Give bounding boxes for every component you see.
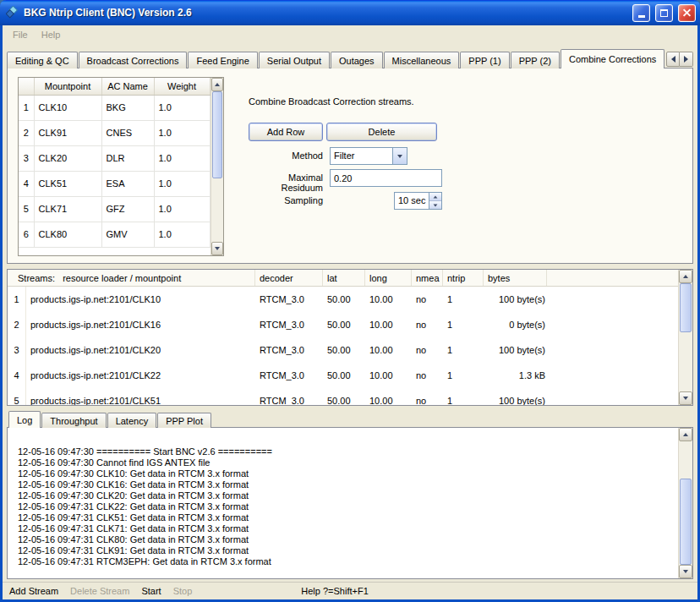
cell-long[interactable]: 10.00 bbox=[365, 345, 412, 355]
cell-lat[interactable]: 50.00 bbox=[323, 320, 365, 330]
cell-nmea[interactable]: no bbox=[412, 370, 443, 380]
table-row[interactable]: 4 CLK51 ESA 1.0 bbox=[19, 171, 210, 196]
cell-resource[interactable]: products.igs-ip.net:2101/CLK22 bbox=[26, 370, 255, 380]
cell-ntrip[interactable]: 1 bbox=[443, 294, 484, 304]
cell-resource[interactable]: products.igs-ip.net:2101/CLK20 bbox=[26, 345, 255, 355]
cell-bytes[interactable]: 100 byte(s) bbox=[484, 345, 547, 355]
cell-decoder[interactable]: RTCM_3.0 bbox=[255, 396, 323, 405]
cell-ac-name[interactable]: CNES bbox=[101, 120, 154, 145]
titlebar[interactable]: BKG Ntrip Client (BNC) Version 2.6 bbox=[0, 0, 700, 25]
cell-weight[interactable]: 1.0 bbox=[154, 171, 210, 196]
tab-ppp-plot[interactable]: PPP Plot bbox=[157, 413, 211, 428]
close-button[interactable] bbox=[678, 4, 696, 22]
cell-bytes[interactable]: 1.3 kB bbox=[484, 370, 547, 380]
table-row[interactable]: 2 CLK91 CNES 1.0 bbox=[19, 120, 210, 145]
stream-row[interactable]: 5 products.igs-ip.net:2101/CLK51 RTCM_3.… bbox=[8, 388, 678, 405]
tab-latency[interactable]: Latency bbox=[107, 413, 157, 428]
cell-ac-name[interactable]: DLR bbox=[101, 145, 154, 171]
spin-down-button[interactable] bbox=[429, 200, 441, 209]
cell-ntrip[interactable]: 1 bbox=[443, 345, 484, 355]
cell-nmea[interactable]: no bbox=[412, 294, 443, 304]
scroll-down-button[interactable] bbox=[679, 391, 692, 405]
scroll-track[interactable] bbox=[679, 283, 692, 391]
cell-mountpoint[interactable]: CLK10 bbox=[34, 95, 101, 120]
cell-lat[interactable]: 50.00 bbox=[323, 396, 365, 405]
stream-row[interactable]: 2 products.igs-ip.net:2101/CLK16 RTCM_3.… bbox=[8, 312, 678, 337]
tab-scroll-right-button[interactable] bbox=[680, 52, 693, 67]
scroll-track[interactable] bbox=[679, 441, 692, 565]
cell-long[interactable]: 10.00 bbox=[365, 320, 412, 330]
scroll-down-button[interactable] bbox=[679, 565, 692, 578]
tab-miscellaneous[interactable]: Miscellaneous bbox=[384, 52, 460, 68]
method-select[interactable]: Filter bbox=[330, 147, 407, 165]
cell-decoder[interactable]: RTCM_3.0 bbox=[255, 320, 323, 330]
cell-resource[interactable]: products.igs-ip.net:2101/CLK51 bbox=[26, 396, 255, 405]
maximize-button[interactable] bbox=[655, 4, 673, 22]
cell-weight[interactable]: 1.0 bbox=[154, 120, 210, 145]
table-row[interactable]: 3 CLK20 DLR 1.0 bbox=[19, 145, 210, 171]
cell-lat[interactable]: 50.00 bbox=[323, 370, 365, 380]
cell-ntrip[interactable]: 1 bbox=[443, 370, 484, 380]
tab-feed-engine[interactable]: Feed Engine bbox=[188, 52, 257, 68]
chevron-down-icon[interactable] bbox=[392, 148, 407, 164]
delete-button[interactable]: Delete bbox=[326, 123, 437, 141]
cell-lat[interactable]: 50.00 bbox=[323, 294, 365, 304]
scroll-up-button[interactable] bbox=[211, 78, 224, 91]
cell-mountpoint[interactable]: CLK91 bbox=[34, 120, 101, 145]
cell-ntrip[interactable]: 1 bbox=[443, 396, 484, 405]
stop-action[interactable]: Stop bbox=[173, 586, 193, 596]
scroll-thumb[interactable] bbox=[680, 283, 692, 332]
cell-weight[interactable]: 1.0 bbox=[154, 222, 210, 247]
tab-outages[interactable]: Outages bbox=[331, 52, 383, 68]
add-row-button[interactable]: Add Row bbox=[249, 123, 323, 141]
tab-broadcast-corrections[interactable]: Broadcast Corrections bbox=[79, 52, 188, 68]
table-row[interactable]: 6 CLK80 GMV 1.0 bbox=[19, 222, 210, 247]
stream-row[interactable]: 4 products.igs-ip.net:2101/CLK22 RTCM_3.… bbox=[8, 363, 678, 388]
cell-lat[interactable]: 50.00 bbox=[323, 345, 365, 355]
cell-decoder[interactable]: RTCM_3.0 bbox=[255, 370, 323, 380]
scroll-track[interactable] bbox=[211, 91, 224, 242]
menu-help[interactable]: Help bbox=[35, 27, 68, 42]
cell-decoder[interactable]: RTCM_3.0 bbox=[255, 345, 323, 355]
cell-decoder[interactable]: RTCM_3.0 bbox=[255, 294, 323, 304]
cell-long[interactable]: 10.00 bbox=[365, 396, 412, 405]
cell-nmea[interactable]: no bbox=[412, 396, 443, 405]
cell-bytes[interactable]: 100 byte(s) bbox=[484, 396, 547, 405]
minimize-button[interactable] bbox=[632, 4, 650, 22]
scroll-thumb[interactable] bbox=[212, 91, 223, 178]
scroll-down-button[interactable] bbox=[211, 242, 224, 255]
scroll-thumb[interactable] bbox=[680, 479, 692, 565]
cell-mountpoint[interactable]: CLK20 bbox=[34, 145, 101, 171]
cell-ac-name[interactable]: BKG bbox=[101, 95, 154, 120]
maximal-residuum-input[interactable] bbox=[330, 169, 442, 187]
cell-weight[interactable]: 1.0 bbox=[154, 145, 210, 171]
tab-ppp-2[interactable]: PPP (2) bbox=[511, 52, 560, 68]
cell-weight[interactable]: 1.0 bbox=[154, 95, 210, 120]
cell-nmea[interactable]: no bbox=[412, 345, 443, 355]
delete-stream-action[interactable]: Delete Stream bbox=[70, 586, 129, 596]
cell-mountpoint[interactable]: CLK71 bbox=[34, 196, 101, 222]
cell-bytes[interactable]: 100 byte(s) bbox=[484, 294, 547, 304]
start-action[interactable]: Start bbox=[141, 586, 161, 596]
tab-throughput[interactable]: Throughput bbox=[41, 413, 106, 428]
tab-combine-corrections[interactable]: Combine Corrections bbox=[561, 49, 664, 68]
cell-long[interactable]: 10.00 bbox=[365, 294, 412, 304]
cell-bytes[interactable]: 0 byte(s) bbox=[484, 320, 547, 330]
table-row[interactable]: 1 CLK10 BKG 1.0 bbox=[19, 95, 210, 120]
scroll-up-button[interactable] bbox=[679, 270, 692, 283]
cell-nmea[interactable]: no bbox=[412, 320, 443, 330]
cell-mountpoint[interactable]: CLK51 bbox=[34, 171, 101, 196]
cell-long[interactable]: 10.00 bbox=[365, 370, 412, 380]
tab-serial-output[interactable]: Serial Output bbox=[259, 52, 330, 68]
cell-resource[interactable]: products.igs-ip.net:2101/CLK10 bbox=[26, 294, 255, 304]
add-stream-action[interactable]: Add Stream bbox=[9, 586, 58, 596]
cell-ac-name[interactable]: ESA bbox=[101, 171, 154, 196]
cell-mountpoint[interactable]: CLK80 bbox=[34, 222, 101, 247]
scroll-up-button[interactable] bbox=[679, 428, 692, 441]
cell-ac-name[interactable]: GFZ bbox=[101, 196, 154, 222]
stream-row[interactable]: 1 products.igs-ip.net:2101/CLK10 RTCM_3.… bbox=[8, 287, 678, 312]
tab-log[interactable]: Log bbox=[8, 411, 41, 428]
table-row[interactable]: 5 CLK71 GFZ 1.0 bbox=[19, 196, 210, 222]
spin-up-button[interactable] bbox=[429, 193, 441, 200]
tab-ppp-1[interactable]: PPP (1) bbox=[460, 52, 509, 68]
